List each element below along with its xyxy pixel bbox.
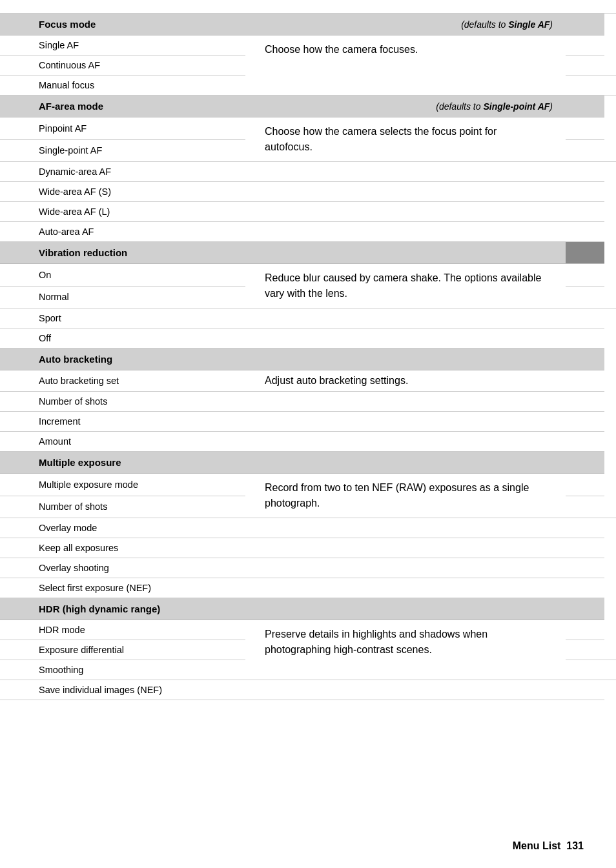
tab-spacer [566, 558, 604, 578]
row-label: Manual focus [0, 76, 245, 96]
row-label: On [0, 264, 245, 287]
table-row: Amount [0, 432, 616, 452]
table-row: Wide-area AF (S) [0, 182, 616, 202]
row-label: Keep all exposures [0, 538, 245, 558]
table-row: HDR modePreserve details in highlights a… [0, 620, 616, 640]
section-header-label: AF-area mode [0, 96, 245, 117]
row-label: Select first exposure (NEF) [0, 578, 245, 598]
row-description [245, 578, 566, 598]
table-row: Auto-area AF [0, 222, 616, 242]
table-row: Select first exposure (NEF) [0, 578, 616, 598]
row-label: Single-point AF [0, 139, 245, 162]
tab-spacer [566, 370, 604, 392]
tab-spacer [566, 518, 604, 538]
row-description [566, 76, 604, 96]
table-row: Number of shots [0, 392, 616, 412]
row-description [245, 558, 566, 578]
table-row: Overlay mode [0, 518, 616, 538]
row-label: Overlay shooting [0, 558, 245, 578]
tab-spacer [566, 680, 604, 700]
row-description: Choose how the camera selects the focus … [245, 117, 566, 162]
row-description [566, 660, 604, 680]
section-header-label: Vibration reduction [0, 242, 245, 264]
table-row: Save individual images (NEF) [0, 680, 616, 700]
tab-spacer [604, 496, 616, 518]
table-row: Sport [0, 308, 616, 328]
row-description [245, 202, 566, 222]
row-label: Overlay mode [0, 518, 245, 538]
tab-spacer [566, 598, 604, 620]
tab-spacer [566, 392, 604, 412]
table-row: Pinpoint AFChoose how the camera selects… [0, 117, 616, 140]
tab-spacer [566, 96, 604, 117]
section-header-description [245, 452, 566, 474]
tab-spacer [566, 328, 604, 348]
table-row: Dynamic-area AF [0, 162, 616, 182]
row-description [566, 640, 604, 660]
row-description: Record from two to ten NEF (RAW) exposur… [245, 474, 566, 518]
row-label: Continuous AF [0, 56, 245, 76]
tab-spacer [604, 76, 616, 96]
table-row: Single AFChoose how the camera focuses. [0, 35, 616, 56]
row-description [566, 496, 604, 518]
row-description [245, 162, 566, 182]
tab-spacer [566, 620, 604, 640]
section-header-description [245, 242, 566, 264]
row-description [245, 182, 566, 202]
row-label: Save individual images (NEF) [0, 680, 245, 700]
section-header-row: Auto bracketing [0, 348, 616, 370]
tab-spacer [566, 202, 604, 222]
tab-spacer [566, 412, 604, 432]
row-description: Choose how the camera focuses. [245, 35, 566, 96]
row-label: Normal [0, 286, 245, 308]
row-label: Smoothing [0, 660, 245, 680]
tab-spacer [566, 474, 604, 496]
row-description [245, 432, 566, 452]
section-header-label: Auto bracketing [0, 348, 245, 370]
row-description [245, 222, 566, 242]
tab-spacer [566, 35, 604, 56]
tab-spacer [566, 432, 604, 452]
section-header-description: (defaults to Single AF) [245, 14, 566, 35]
section-header-row: Multiple exposure [0, 452, 616, 474]
row-label: Pinpoint AF [0, 117, 245, 140]
row-label: Number of shots [0, 392, 245, 412]
row-description: Adjust auto bracketing settings. [245, 370, 566, 392]
row-description [245, 328, 566, 348]
section-header-description: (defaults to Single-point AF) [245, 96, 566, 117]
section-header-description [245, 348, 566, 370]
tab-spacer [566, 182, 604, 202]
row-description [245, 412, 566, 432]
section-header-description [245, 598, 566, 620]
row-description [245, 538, 566, 558]
table-row: OnReduce blur caused by camera shake. Th… [0, 264, 616, 287]
page-container: Focus mode(defaults to Single AF)Single … [0, 0, 616, 868]
row-label: Amount [0, 432, 245, 452]
tab-spacer [604, 56, 616, 76]
footer: Menu List 131 [513, 840, 584, 852]
row-description [566, 56, 604, 76]
tab-spacer [604, 660, 616, 680]
row-label: Wide-area AF (L) [0, 202, 245, 222]
row-description [245, 518, 566, 538]
row-description [245, 392, 566, 412]
row-label: Multiple exposure mode [0, 474, 245, 496]
tab-spacer [566, 222, 604, 242]
table-row: Keep all exposures [0, 538, 616, 558]
section-header-label: HDR (high dynamic range) [0, 598, 245, 620]
table-row: Wide-area AF (L) [0, 202, 616, 222]
tab-spacer [604, 286, 616, 308]
row-label: Auto-area AF [0, 222, 245, 242]
section-header-label: Focus mode [0, 14, 245, 35]
tab-spacer [604, 640, 616, 660]
table-row: Overlay shooting [0, 558, 616, 578]
table-row: Auto bracketing setAdjust auto bracketin… [0, 370, 616, 392]
footer-page: 131 [566, 840, 584, 851]
tab-spacer [566, 578, 604, 598]
section-header-row: Vibration reduction [0, 242, 616, 264]
section-header-row: HDR (high dynamic range) [0, 598, 616, 620]
row-label: Off [0, 328, 245, 348]
footer-label: Menu List [513, 840, 561, 851]
section-header-label: Multiple exposure [0, 452, 245, 474]
row-description: Reduce blur caused by camera shake. The … [245, 264, 566, 308]
